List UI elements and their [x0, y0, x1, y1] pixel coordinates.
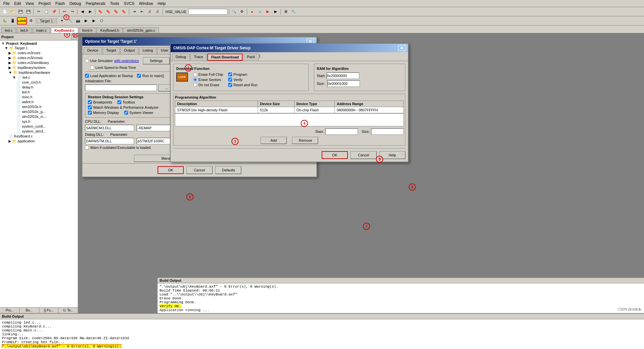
tree-delay-h[interactable]: 📄 delay.h — [1, 85, 77, 90]
clear-bookmarks-button[interactable]: 🔖 — [120, 8, 127, 15]
tab-bord-h[interactable]: bord.h — [79, 27, 96, 33]
cmsis-ok-btn[interactable]: OK — [322, 151, 348, 159]
menu-project[interactable]: Project — [37, 1, 53, 7]
menu-file[interactable]: File — [1, 1, 11, 7]
simulator-radio[interactable] — [85, 59, 89, 63]
do-not-erase-radio[interactable] — [193, 83, 197, 87]
config6-button[interactable]: ⬡ — [98, 17, 105, 24]
tab-listing[interactable]: Listing — [139, 47, 157, 54]
tab-main-c[interactable]: main.c — [32, 27, 50, 33]
forward-button[interactable]: ▶ — [87, 8, 94, 15]
breakpoints-check[interactable] — [88, 100, 92, 104]
menu-help[interactable]: Help — [156, 1, 168, 7]
back-button[interactable]: ◀ — [79, 8, 86, 15]
tree-led-c[interactable]: ▼ 📄 led.c — [1, 75, 77, 80]
add-btn[interactable]: Add — [261, 137, 287, 144]
remove-btn[interactable]: Remove — [292, 137, 318, 144]
table-row[interactable]: STM32F10x High-density Flash 512k On-chi… — [175, 107, 404, 113]
menu-flash[interactable]: Flash — [53, 1, 67, 7]
menu-window[interactable]: Window — [137, 1, 155, 7]
size-input-prog[interactable] — [371, 128, 404, 135]
search-button[interactable]: 🔍 — [230, 8, 238, 15]
open-button[interactable]: 📂 — [9, 8, 16, 15]
tree-cotex-cmsis[interactable]: ▶ 📁 cotex-m3/cmsis — [1, 56, 77, 60]
cpu-dll-input[interactable] — [85, 125, 134, 131]
tree-application[interactable]: ▶ 📁 application — [1, 139, 77, 144]
watch-windows-check[interactable] — [88, 105, 92, 109]
verify-check[interactable] — [228, 78, 232, 82]
panel-tab-pro[interactable]: Pro... — [0, 308, 20, 313]
config3-button[interactable]: 📷 — [75, 17, 82, 24]
copy-button[interactable]: 📋 — [43, 8, 50, 15]
cut-button[interactable]: ✂ — [35, 8, 42, 15]
redo-button[interactable]: ↪ — [69, 8, 76, 15]
menu-view[interactable]: View — [24, 1, 36, 7]
memory-display-check[interactable] — [88, 111, 92, 115]
tree-stm32-rc[interactable]: 📄 stm32f10x_rc... — [1, 114, 77, 119]
ram-size-input[interactable] — [327, 80, 360, 87]
tree-core-cm3[interactable]: 📄 core_cm3.h — [1, 80, 77, 85]
options-ok-btn[interactable]: OK — [158, 166, 184, 174]
outdent-button[interactable]: ⇤ — [138, 8, 145, 15]
cmsis-help-btn[interactable]: Help — [379, 151, 405, 159]
save-button[interactable]: 💾 — [17, 8, 24, 15]
menu-svcs[interactable]: SVCS — [122, 1, 137, 7]
circle-button[interactable]: ○ — [256, 8, 263, 15]
cmsis-tab-debug[interactable]: Debug — [172, 54, 190, 61]
target-options-button[interactable]: ⚙ — [27, 17, 35, 24]
tree-stm32f10x-h[interactable]: 📄 stm32f10x.h — [1, 104, 77, 109]
save-all-button[interactable]: 💾 — [25, 8, 32, 15]
tab-stm32-gpio[interactable]: stm32f10x_gpio.c — [123, 27, 159, 33]
tree-bsp-hardware[interactable]: ▼ 📁 bsplibrary/hardware — [1, 70, 77, 75]
tree-system-stm3[interactable]: 📄 system_stm3... — [1, 129, 77, 134]
tree-system-confi[interactable]: 📄 system_confi... — [1, 124, 77, 129]
tree-cotex-core[interactable]: ▶ 📁 cotex-m3/core — [1, 51, 77, 56]
config5-button[interactable]: ▶ — [90, 17, 97, 24]
limit-speed-check[interactable] — [90, 66, 94, 70]
cmsis-tab-flash[interactable]: Flash Download — [207, 54, 243, 61]
comment-button[interactable]: // — [146, 8, 153, 15]
cmsis-close-btn[interactable]: ✕ — [398, 45, 405, 51]
program-check[interactable] — [228, 72, 232, 76]
indent-button[interactable]: ⇥ — [130, 8, 138, 15]
undo-button[interactable]: ↩ — [61, 8, 68, 15]
start-input-prog[interactable] — [325, 128, 358, 135]
config1-button[interactable]: ✦ — [58, 17, 66, 25]
tab-keyboard-c[interactable]: KeyBoard.c — [51, 27, 78, 33]
with-restrictions-link[interactable]: with restrictions — [114, 59, 139, 63]
tree-keyboard-c[interactable]: 📄 KeyBoard.c — [1, 134, 77, 139]
options-defaults-btn[interactable]: Defaults — [215, 166, 241, 174]
menu-tools[interactable]: Tools — [108, 1, 121, 7]
tools-tb-button[interactable]: 🔧 — [290, 8, 297, 15]
tab-device[interactable]: Device — [84, 47, 102, 54]
load-icon-btn[interactable]: LOAD — [17, 17, 27, 24]
cmsis-tab-pack[interactable]: Pack — [243, 54, 258, 61]
debug-button[interactable]: 🐛 — [1, 17, 8, 24]
panel-tab-te[interactable]: U. Te... — [59, 308, 78, 313]
tree-stdint-h[interactable]: 📄 stdint.h — [1, 100, 77, 104]
uncomment-button[interactable]: // — [154, 8, 161, 15]
next-bookmark-button[interactable]: 🔖 — [112, 8, 120, 15]
erase-full-chip-radio[interactable] — [193, 72, 197, 76]
reset-run-check[interactable] — [228, 83, 232, 87]
cmsis-cancel-btn[interactable]: Cancel — [350, 151, 377, 159]
hse-input[interactable] — [188, 9, 228, 15]
erase-sectors-radio[interactable] — [193, 78, 197, 82]
device-button[interactable]: 📱 — [9, 17, 16, 24]
run-to-main-check[interactable] — [137, 74, 141, 78]
cmsis-tab-trace[interactable]: Trace — [190, 54, 207, 61]
panel-tab-bo[interactable]: Bo... — [20, 308, 39, 313]
init-file-input[interactable] — [85, 85, 157, 91]
tree-project-root[interactable]: ▼ Project: Keyboard — [1, 41, 77, 46]
tree-bsp-system[interactable]: ▶ 📁 bsplibrary/system — [1, 65, 77, 70]
bookmark-button[interactable]: 🔖 — [97, 8, 104, 15]
options-cancel-btn[interactable]: Cancel — [186, 166, 212, 174]
tab-led-c[interactable]: led.c — [1, 27, 16, 33]
warn-exe-check-left[interactable] — [85, 146, 89, 150]
ram-start-input[interactable] — [327, 72, 359, 79]
run-button[interactable]: ▶ — [264, 8, 271, 15]
tab-keyboard-h[interactable]: KeyBoard.h — [97, 27, 123, 33]
tree-target1[interactable]: ▼ 📁 Target 1 — [1, 46, 77, 51]
menu-edit[interactable]: Edit — [12, 1, 23, 7]
system-viewer-check[interactable] — [124, 111, 128, 115]
